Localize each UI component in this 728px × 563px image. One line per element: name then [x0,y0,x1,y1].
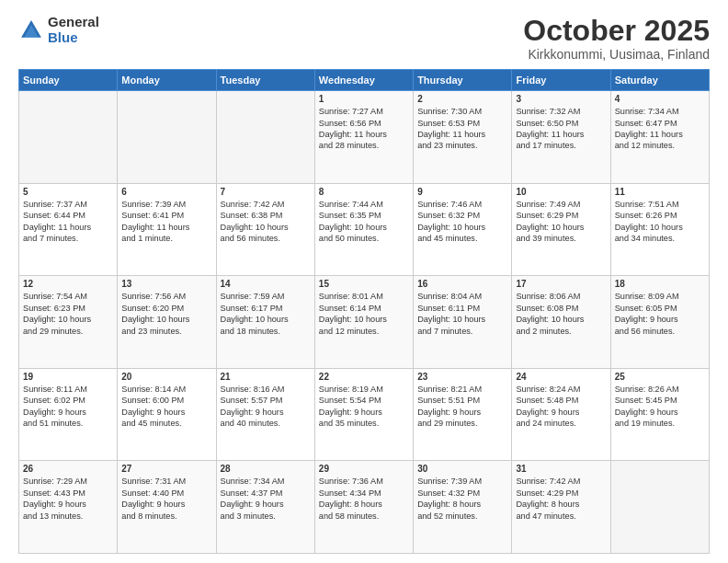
calendar-cell: 25Sunrise: 8:26 AM Sunset: 5:45 PM Dayli… [610,368,709,461]
cell-content: Sunrise: 7:44 AM Sunset: 6:35 PM Dayligh… [319,199,409,245]
calendar-cell [216,91,314,184]
calendar-cell: 6Sunrise: 7:39 AM Sunset: 6:41 PM Daylig… [118,183,216,276]
day-number: 10 [516,187,606,197]
calendar-cell: 2Sunrise: 7:30 AM Sunset: 6:53 PM Daylig… [414,91,512,184]
day-number: 5 [23,187,113,197]
weekday-header-sunday: Sunday [19,70,118,91]
cell-content: Sunrise: 7:27 AM Sunset: 6:56 PM Dayligh… [319,106,409,152]
day-number: 9 [417,187,507,197]
calendar-cell: 17Sunrise: 8:06 AM Sunset: 6:08 PM Dayli… [512,276,610,369]
logo-general: General [48,15,99,30]
day-number: 7 [221,187,311,197]
cell-content: Sunrise: 7:39 AM Sunset: 6:41 PM Dayligh… [121,199,211,245]
day-number: 30 [417,464,507,474]
day-number: 21 [221,372,311,382]
day-number: 17 [516,279,606,289]
cell-content: Sunrise: 8:21 AM Sunset: 5:51 PM Dayligh… [417,384,507,430]
day-number: 23 [417,372,507,382]
calendar-cell: 15Sunrise: 8:01 AM Sunset: 6:14 PM Dayli… [314,276,413,369]
calendar-cell: 29Sunrise: 7:36 AM Sunset: 4:34 PM Dayli… [314,461,413,554]
week-row-2: 5Sunrise: 7:37 AM Sunset: 6:44 PM Daylig… [19,183,710,276]
day-number: 31 [516,464,606,474]
cell-content: Sunrise: 8:06 AM Sunset: 6:08 PM Dayligh… [516,291,606,337]
week-row-1: 1Sunrise: 7:27 AM Sunset: 6:56 PM Daylig… [19,91,710,184]
day-number: 14 [221,279,311,289]
cell-content: Sunrise: 7:49 AM Sunset: 6:29 PM Dayligh… [516,199,606,245]
week-row-3: 12Sunrise: 7:54 AM Sunset: 6:23 PM Dayli… [19,276,710,369]
day-number: 2 [417,94,507,104]
day-number: 1 [319,94,409,104]
cell-content: Sunrise: 7:32 AM Sunset: 6:50 PM Dayligh… [516,106,606,152]
calendar-cell: 5Sunrise: 7:37 AM Sunset: 6:44 PM Daylig… [19,183,118,276]
calendar-cell: 9Sunrise: 7:46 AM Sunset: 6:32 PM Daylig… [414,183,512,276]
calendar-cell: 26Sunrise: 7:29 AM Sunset: 4:43 PM Dayli… [19,461,118,554]
calendar-cell: 14Sunrise: 7:59 AM Sunset: 6:17 PM Dayli… [216,276,314,369]
cell-content: Sunrise: 7:39 AM Sunset: 4:32 PM Dayligh… [417,476,507,522]
title-block: October 2025 Kirkkonummi, Uusimaa, Finla… [523,15,710,62]
cell-content: Sunrise: 8:09 AM Sunset: 6:05 PM Dayligh… [615,291,705,337]
calendar-cell: 13Sunrise: 7:56 AM Sunset: 6:20 PM Dayli… [118,276,216,369]
calendar-cell: 30Sunrise: 7:39 AM Sunset: 4:32 PM Dayli… [414,461,512,554]
location-subtitle: Kirkkonummi, Uusimaa, Finland [523,47,710,62]
calendar-cell: 28Sunrise: 7:34 AM Sunset: 4:37 PM Dayli… [216,461,314,554]
cell-content: Sunrise: 8:26 AM Sunset: 5:45 PM Dayligh… [615,384,705,430]
calendar-cell: 31Sunrise: 7:42 AM Sunset: 4:29 PM Dayli… [512,461,610,554]
cell-content: Sunrise: 7:42 AM Sunset: 6:38 PM Dayligh… [221,199,311,245]
weekday-header-friday: Friday [512,70,610,91]
cell-content: Sunrise: 7:29 AM Sunset: 4:43 PM Dayligh… [23,476,113,522]
weekday-header-tuesday: Tuesday [216,70,314,91]
calendar-cell: 16Sunrise: 8:04 AM Sunset: 6:11 PM Dayli… [414,276,512,369]
cell-content: Sunrise: 8:01 AM Sunset: 6:14 PM Dayligh… [319,291,409,337]
calendar-cell [118,91,216,184]
day-number: 26 [23,464,113,474]
day-number: 3 [516,94,606,104]
cell-content: Sunrise: 8:24 AM Sunset: 5:48 PM Dayligh… [516,384,606,430]
day-number: 28 [221,464,311,474]
cell-content: Sunrise: 8:11 AM Sunset: 6:02 PM Dayligh… [23,384,113,430]
calendar-cell: 12Sunrise: 7:54 AM Sunset: 6:23 PM Dayli… [19,276,118,369]
cell-content: Sunrise: 7:34 AM Sunset: 4:37 PM Dayligh… [221,476,311,522]
day-number: 4 [615,94,705,104]
day-number: 18 [615,279,705,289]
logo-icon [18,17,44,43]
calendar-cell: 3Sunrise: 7:32 AM Sunset: 6:50 PM Daylig… [512,91,610,184]
calendar-cell: 20Sunrise: 8:14 AM Sunset: 6:00 PM Dayli… [118,368,216,461]
calendar-cell: 8Sunrise: 7:44 AM Sunset: 6:35 PM Daylig… [314,183,413,276]
day-number: 22 [319,372,409,382]
day-number: 16 [417,279,507,289]
calendar-cell: 19Sunrise: 8:11 AM Sunset: 6:02 PM Dayli… [19,368,118,461]
cell-content: Sunrise: 7:42 AM Sunset: 4:29 PM Dayligh… [516,476,606,522]
calendar-table: SundayMondayTuesdayWednesdayThursdayFrid… [18,69,710,554]
calendar-cell: 24Sunrise: 8:24 AM Sunset: 5:48 PM Dayli… [512,368,610,461]
calendar-cell: 22Sunrise: 8:19 AM Sunset: 5:54 PM Dayli… [314,368,413,461]
cell-content: Sunrise: 7:34 AM Sunset: 6:47 PM Dayligh… [615,106,705,152]
day-number: 6 [121,187,211,197]
cell-content: Sunrise: 8:16 AM Sunset: 5:57 PM Dayligh… [221,384,311,430]
logo: General Blue [18,15,99,45]
day-number: 20 [121,372,211,382]
weekday-header-row: SundayMondayTuesdayWednesdayThursdayFrid… [19,70,710,91]
cell-content: Sunrise: 8:19 AM Sunset: 5:54 PM Dayligh… [319,384,409,430]
day-number: 11 [615,187,705,197]
week-row-5: 26Sunrise: 7:29 AM Sunset: 4:43 PM Dayli… [19,461,710,554]
calendar-cell: 11Sunrise: 7:51 AM Sunset: 6:26 PM Dayli… [610,183,709,276]
day-number: 24 [516,372,606,382]
cell-content: Sunrise: 7:51 AM Sunset: 6:26 PM Dayligh… [615,199,705,245]
cell-content: Sunrise: 7:54 AM Sunset: 6:23 PM Dayligh… [23,291,113,337]
calendar-cell: 27Sunrise: 7:31 AM Sunset: 4:40 PM Dayli… [118,461,216,554]
logo-blue: Blue [48,30,99,46]
day-number: 8 [319,187,409,197]
day-number: 12 [23,279,113,289]
day-number: 19 [23,372,113,382]
calendar-cell: 10Sunrise: 7:49 AM Sunset: 6:29 PM Dayli… [512,183,610,276]
page: General Blue October 2025 Kirkkonummi, U… [0,0,728,563]
calendar-cell: 21Sunrise: 8:16 AM Sunset: 5:57 PM Dayli… [216,368,314,461]
weekday-header-wednesday: Wednesday [314,70,413,91]
day-number: 13 [121,279,211,289]
month-title: October 2025 [523,15,710,47]
day-number: 25 [615,372,705,382]
cell-content: Sunrise: 7:59 AM Sunset: 6:17 PM Dayligh… [221,291,311,337]
cell-content: Sunrise: 7:30 AM Sunset: 6:53 PM Dayligh… [417,106,507,152]
cell-content: Sunrise: 7:46 AM Sunset: 6:32 PM Dayligh… [417,199,507,245]
day-number: 15 [319,279,409,289]
